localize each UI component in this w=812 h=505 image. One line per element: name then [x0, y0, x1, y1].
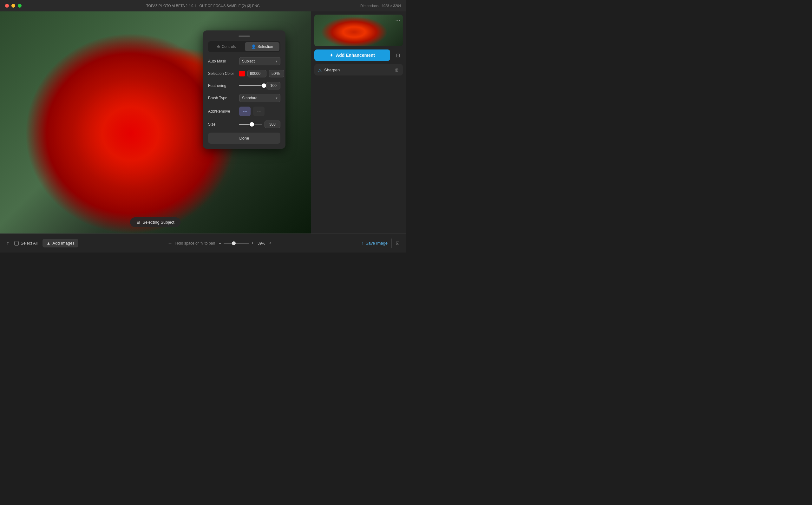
auto-mask-label: Auto Mask	[208, 59, 237, 63]
dimensions-value: 4928 × 3264	[382, 4, 401, 8]
controls-label: Controls	[222, 44, 236, 49]
zoom-minus-button[interactable]: −	[219, 241, 221, 245]
zoom-percent-label: 39%	[257, 241, 265, 245]
bottom-divider	[391, 238, 392, 248]
close-button[interactable]	[5, 4, 9, 8]
add-images-icon: ▲	[46, 241, 50, 245]
zoom-controls: − +	[219, 241, 254, 245]
select-all-checkbox[interactable]	[14, 241, 19, 245]
color-hex-value[interactable]: ff0000	[247, 70, 266, 77]
sharpen-icon: △	[318, 67, 322, 72]
size-value: 308	[264, 121, 280, 128]
sharpen-item: △ Sharpen 🗑	[314, 64, 403, 75]
brush-type-value: Standard	[242, 96, 257, 100]
image-dimensions: Dimensions 4928 × 3264	[360, 4, 401, 8]
save-icon: ↑	[362, 241, 364, 245]
bottom-left: ↑ Select All ▲ Add Images	[6, 239, 78, 247]
selection-color-label: Selection Color	[208, 71, 237, 76]
more-options-icon[interactable]: ⋯	[395, 17, 400, 23]
selecting-subject-label: Selecting Subject	[143, 220, 174, 224]
canvas-area[interactable]: ⊕ Controls 👤 Selection Auto Mask Subject…	[0, 11, 311, 233]
sharpen-label: Sharpen	[324, 67, 340, 72]
bottom-bar: ↑ Select All ▲ Add Images ✛ Hold space o…	[0, 233, 406, 252]
brush-type-row: Brush Type Standard ▾	[208, 94, 280, 102]
color-swatch[interactable]	[239, 71, 245, 76]
bottom-center: ✛ Hold space or 'h' to pan − + 39% ∧	[83, 241, 357, 245]
add-remove-buttons: ✏ ✏	[239, 107, 264, 116]
save-label: Save Image	[366, 241, 388, 245]
pan-hint-label: Hold space or 'h' to pan	[175, 241, 215, 245]
auto-mask-select[interactable]: Subject ▾	[239, 57, 280, 65]
delete-sharpen-button[interactable]: 🗑	[395, 67, 399, 72]
maximize-button[interactable]	[18, 4, 22, 8]
add-enhancement-label: Add Enhancement	[336, 53, 375, 58]
zoom-slider[interactable]	[224, 243, 249, 244]
opacity-value[interactable]: 50 %	[269, 70, 284, 77]
brush-type-select[interactable]: Standard ▾	[239, 94, 280, 102]
tab-selection[interactable]: 👤 Selection	[245, 42, 279, 51]
add-images-label: Add Images	[52, 241, 74, 245]
size-row: Size 308	[208, 121, 280, 128]
feathering-label: Feathering	[208, 83, 237, 88]
selecting-subject-icon: ⊞	[136, 220, 140, 224]
selecting-subject-badge: ⊞ Selecting Subject	[130, 217, 181, 227]
selection-person-icon: 👤	[251, 44, 256, 49]
crop-button[interactable]: ⊡	[393, 50, 403, 60]
chevron-down-icon: ▾	[276, 59, 277, 63]
add-images-button[interactable]: ▲ Add Images	[42, 239, 78, 247]
zoom-plus-button[interactable]: +	[251, 241, 254, 245]
right-sidebar: ⋯ ✦ Add Enhancement ⊡ △ Sharpen 🗑	[311, 11, 406, 233]
upload-icon[interactable]: ↑	[6, 240, 9, 246]
zoom-chevron-icon[interactable]: ∧	[269, 241, 271, 245]
add-enhancement-icon: ✦	[330, 53, 333, 58]
select-all-button[interactable]: Select All	[14, 241, 37, 245]
controls-icon: ⊕	[217, 44, 220, 49]
window-title: TOPAZ PHOTO AI BETA 2.4.0.1 - OUT OF FOC…	[146, 4, 260, 8]
pan-icon: ✛	[168, 241, 172, 245]
export-icon[interactable]: ⊡	[396, 240, 400, 246]
feathering-slider[interactable]	[239, 85, 264, 86]
selection-panel: ⊕ Controls 👤 Selection Auto Mask Subject…	[203, 30, 285, 149]
add-enhancement-button[interactable]: ✦ Add Enhancement	[314, 49, 390, 61]
add-remove-row: Add/Remove ✏ ✏	[208, 107, 280, 116]
remove-brush-button[interactable]: ✏	[253, 107, 264, 116]
feathering-row: Feathering 100	[208, 82, 280, 90]
titlebar: TOPAZ PHOTO AI BETA 2.4.0.1 - OUT OF FOC…	[0, 0, 406, 11]
brush-type-label: Brush Type	[208, 96, 237, 100]
selection-label: Selection	[257, 44, 273, 49]
traffic-lights	[5, 4, 22, 8]
selection-color-row: Selection Color ff0000 50 %	[208, 70, 280, 77]
dimensions-label: Dimensions	[360, 4, 378, 8]
size-slider[interactable]	[239, 124, 262, 125]
auto-mask-value: Subject	[242, 59, 255, 63]
thumb-image	[314, 15, 403, 46]
main-layout: ⊕ Controls 👤 Selection Auto Mask Subject…	[0, 11, 406, 233]
panel-tabs: ⊕ Controls 👤 Selection	[208, 41, 280, 52]
preview-thumbnail: ⋯	[314, 15, 403, 46]
tab-controls[interactable]: ⊕ Controls	[209, 42, 244, 51]
feathering-value: 100	[266, 82, 280, 90]
add-brush-button[interactable]: ✏	[239, 107, 250, 116]
save-image-button[interactable]: ↑ Save Image	[362, 241, 388, 245]
sharpen-item-left: △ Sharpen	[318, 67, 340, 72]
auto-mask-row: Auto Mask Subject ▾	[208, 57, 280, 65]
add-remove-label: Add/Remove	[208, 109, 237, 114]
bottom-right: ↑ Save Image ⊡	[362, 238, 400, 248]
panel-drag-handle[interactable]	[238, 35, 250, 37]
minimize-button[interactable]	[11, 4, 15, 8]
brush-chevron-icon: ▾	[276, 96, 277, 100]
select-all-label: Select All	[21, 241, 37, 245]
done-button[interactable]: Done	[208, 133, 280, 144]
size-label: Size	[208, 122, 237, 127]
